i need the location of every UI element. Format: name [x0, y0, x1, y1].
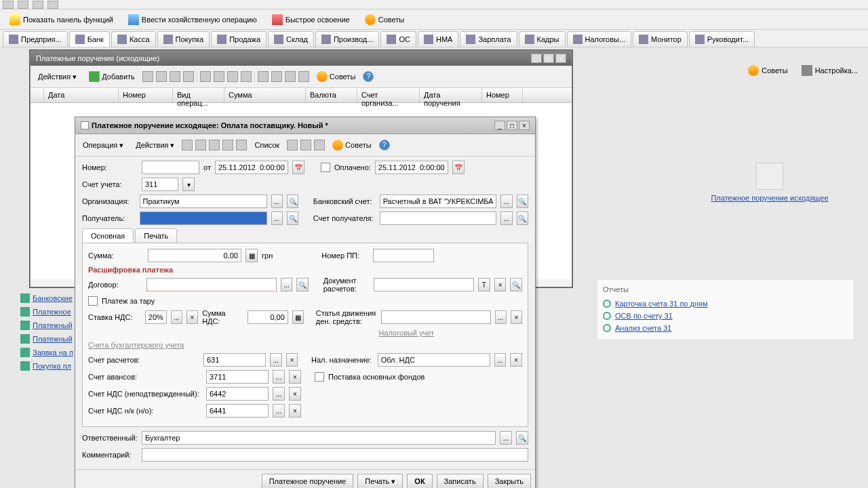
- quick-start-button[interactable]: Быстрое освоение: [268, 12, 354, 27]
- save-button[interactable]: Записать: [437, 474, 484, 488]
- close-button[interactable]: Закрыть: [488, 474, 531, 488]
- print-menu-button[interactable]: Печать ▾: [357, 474, 403, 488]
- minimize-icon[interactable]: _: [494, 121, 505, 130]
- toolbar-icon[interactable]: [300, 140, 311, 150]
- toolbar-icon[interactable]: [156, 71, 167, 82]
- acc2-input[interactable]: [206, 370, 269, 384]
- payee-acc-input[interactable]: [380, 211, 497, 225]
- tab-print[interactable]: Печать: [135, 228, 177, 243]
- clear-icon[interactable]: ×: [289, 387, 301, 401]
- module-tab[interactable]: Руководит...: [689, 31, 755, 47]
- toolbar-icon[interactable]: [258, 71, 269, 82]
- help-icon[interactable]: ?: [379, 140, 390, 150]
- ellipsis-icon[interactable]: ...: [281, 278, 293, 291]
- chevron-down-icon[interactable]: ▾: [182, 178, 195, 191]
- toolbar-icon[interactable]: [227, 71, 238, 82]
- search-icon[interactable]: 🔍: [287, 211, 298, 225]
- ellipsis-icon[interactable]: ...: [273, 404, 285, 418]
- date-from-input[interactable]: [215, 161, 288, 174]
- toolbar-icon[interactable]: [222, 140, 233, 150]
- vat-rate-input[interactable]: [145, 310, 167, 324]
- doc-type-link[interactable]: Платежное поручение исходящее: [685, 194, 854, 202]
- add-button[interactable]: Добавить: [84, 68, 140, 85]
- calendar-icon[interactable]: 📅: [292, 161, 304, 174]
- tab-main[interactable]: Основная: [82, 228, 134, 243]
- column-header[interactable]: Вид операц...: [173, 88, 224, 102]
- maximize-icon[interactable]: □: [543, 54, 554, 63]
- doc-input[interactable]: [374, 278, 474, 291]
- search-icon[interactable]: 🔍: [516, 431, 528, 445]
- search-icon[interactable]: 🔍: [517, 211, 528, 225]
- contract-input[interactable]: [146, 278, 277, 291]
- close-icon[interactable]: ×: [519, 121, 530, 130]
- toolbar-icon[interactable]: [241, 71, 252, 82]
- search-icon[interactable]: 🔍: [517, 195, 528, 208]
- resp-input[interactable]: [142, 431, 496, 445]
- column-header[interactable]: [31, 88, 44, 102]
- t-icon[interactable]: T: [478, 278, 490, 291]
- ellipsis-icon[interactable]: ...: [273, 370, 285, 384]
- toolbar-icon[interactable]: [18, 1, 28, 9]
- toolbar-icon[interactable]: [298, 71, 309, 82]
- module-tab[interactable]: Банк: [69, 31, 110, 47]
- tips-button[interactable]: Советы: [312, 68, 360, 85]
- actions-menu[interactable]: Действия ▾: [131, 138, 179, 152]
- ellipsis-icon[interactable]: ...: [495, 310, 507, 324]
- show-panel-button[interactable]: Показать панель функций: [5, 12, 117, 27]
- clear-icon[interactable]: ×: [511, 310, 522, 324]
- number-input[interactable]: [142, 161, 199, 174]
- toolbar-icon[interactable]: [287, 140, 298, 150]
- ellipsis-icon[interactable]: ...: [271, 195, 283, 208]
- column-header[interactable]: Дата: [44, 88, 119, 102]
- list-button[interactable]: Список: [250, 138, 284, 152]
- clear-icon[interactable]: ×: [289, 404, 301, 418]
- comment-input[interactable]: [142, 448, 528, 462]
- operation-menu[interactable]: Операция ▾: [78, 138, 128, 152]
- toolbar-icon[interactable]: [170, 71, 180, 82]
- report-link[interactable]: Анализ счета 31: [603, 322, 848, 334]
- help-icon[interactable]: ?: [363, 71, 374, 82]
- column-header[interactable]: Номер: [119, 88, 173, 102]
- column-header[interactable]: Сумма: [224, 88, 306, 102]
- ellipsis-icon[interactable]: ...: [500, 195, 512, 208]
- tips-button-right[interactable]: Советы: [743, 62, 792, 79]
- vat-purpose-input[interactable]: [378, 353, 490, 367]
- clear-icon[interactable]: ×: [510, 353, 522, 367]
- supply-checkbox[interactable]: [315, 372, 324, 382]
- enter-operation-button[interactable]: Ввести хозяйственную операцию: [124, 12, 261, 27]
- search-icon[interactable]: 🔍: [510, 278, 522, 291]
- toolbar-icon[interactable]: [182, 140, 193, 150]
- toolbar-icon[interactable]: [200, 71, 211, 82]
- column-header[interactable]: Дата поручения: [420, 88, 482, 102]
- clear-icon[interactable]: ×: [186, 310, 198, 324]
- sum-input[interactable]: [148, 249, 241, 262]
- module-tab[interactable]: Покупка: [157, 31, 210, 47]
- minimize-icon[interactable]: _: [531, 54, 542, 63]
- clear-icon[interactable]: ×: [494, 278, 507, 291]
- report-link[interactable]: Карточка счета 31 по дням: [603, 298, 848, 310]
- search-icon[interactable]: 🔍: [287, 195, 298, 208]
- toolbar-icon[interactable]: [195, 140, 206, 150]
- tips-button[interactable]: Советы: [328, 137, 376, 153]
- bank-input[interactable]: [380, 195, 497, 208]
- tare-checkbox[interactable]: [88, 296, 98, 306]
- payee-input[interactable]: [140, 211, 267, 225]
- ellipsis-icon[interactable]: ...: [271, 211, 283, 225]
- column-header[interactable]: Номер: [482, 88, 523, 102]
- tips-button[interactable]: Советы: [361, 12, 408, 27]
- pp-input[interactable]: [373, 249, 434, 262]
- toolbar-icon[interactable]: [271, 71, 282, 82]
- ellipsis-icon[interactable]: ...: [500, 431, 512, 445]
- module-tab[interactable]: Зарплата: [460, 31, 517, 47]
- paid-checkbox[interactable]: [321, 163, 330, 172]
- account-input[interactable]: [142, 178, 178, 191]
- column-header[interactable]: Счет организа...: [357, 88, 420, 102]
- calc-icon[interactable]: ▦: [245, 249, 258, 262]
- toolbar-icon[interactable]: [183, 71, 194, 82]
- search-icon[interactable]: 🔍: [296, 278, 309, 291]
- toolbar-icon[interactable]: [236, 140, 247, 150]
- toolbar-icon[interactable]: [142, 71, 153, 82]
- ellipsis-icon[interactable]: ...: [500, 211, 512, 225]
- ellipsis-icon[interactable]: ...: [494, 353, 507, 367]
- calendar-icon[interactable]: 📅: [452, 161, 465, 174]
